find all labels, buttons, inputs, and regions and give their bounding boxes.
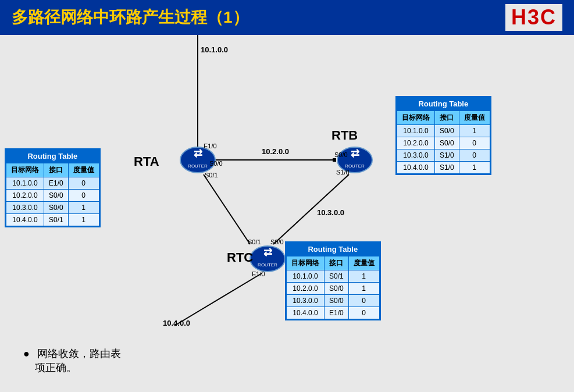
table-cell: S0/0 [44, 202, 69, 214]
svg-text:10.3.0.0: 10.3.0.0 [317, 208, 344, 217]
table-cell: 0 [459, 137, 490, 149]
rta-table-data: 目标网络 接口 度量值 10.1.0.0E1/0010.2.0.0S0/0010… [6, 163, 99, 226]
table-cell: 10.4.0.0 [287, 307, 325, 319]
h3c-logo: H3C [505, 4, 562, 31]
table-row: 10.2.0.0S0/00 [397, 137, 490, 149]
svg-text:S0/0: S0/0 [270, 238, 284, 245]
table-cell: S0/1 [44, 214, 69, 226]
table-cell: 10.3.0.0 [6, 202, 44, 214]
table-row: 10.4.0.0S1/01 [397, 162, 490, 174]
rtb-col-network: 目标网络 [397, 111, 435, 125]
bullet-section: ● 网络收敛，路由表 项正确。 [23, 347, 121, 375]
table-row: 10.3.0.0S0/01 [6, 202, 99, 214]
table-row: 10.1.0.0S0/11 [287, 270, 380, 283]
rta-col-network: 目标网络 [6, 163, 44, 177]
bullet-icon: ● [23, 348, 30, 359]
table-row: 10.1.0.0E1/00 [6, 177, 99, 190]
svg-line-2 [204, 174, 250, 244]
table-row: 10.3.0.0S1/00 [397, 149, 490, 162]
svg-text:10.1.0.0: 10.1.0.0 [201, 45, 228, 54]
table-cell: S0/0 [44, 190, 69, 202]
rtc-col-interface: 接口 [325, 256, 349, 270]
rta-routing-table: Routing Table 目标网络 接口 度量值 10.1.0.0E1/001… [5, 148, 101, 227]
svg-text:E1/0: E1/0 [204, 142, 217, 149]
table-cell: 1 [68, 202, 99, 214]
table-cell: 0 [68, 177, 99, 190]
table-cell: 10.1.0.0 [287, 270, 325, 283]
table-cell: S1/0 [435, 162, 459, 174]
svg-text:⇄: ⇄ [263, 247, 272, 258]
table-cell: 1 [68, 214, 99, 226]
table-cell: 10.2.0.0 [397, 137, 435, 149]
main-content: ⇄ ROUTER ⇄ ROUTER ⇄ ROUTER 10.1.0.0 10.2… [0, 35, 574, 392]
table-cell: 1 [459, 125, 490, 137]
table-cell: S1/0 [435, 149, 459, 162]
table-cell: 10.3.0.0 [397, 149, 435, 162]
table-cell: E1/0 [44, 177, 69, 190]
table-row: 10.2.0.0S0/00 [6, 190, 99, 202]
svg-text:S1/0: S1/0 [336, 169, 350, 176]
svg-rect-14 [333, 158, 336, 162]
table-cell: S0/0 [435, 125, 459, 137]
svg-line-4 [174, 273, 262, 326]
table-cell: S0/1 [325, 270, 349, 283]
table-row: 10.2.0.0S0/01 [287, 283, 380, 295]
svg-text:S0/0: S0/0 [334, 151, 348, 158]
rtb-routing-table: Routing Table 目标网络 接口 度量值 10.1.0.0S0/011… [395, 96, 491, 175]
svg-text:S0/1: S0/1 [248, 238, 261, 245]
svg-text:10.2.0.0: 10.2.0.0 [262, 147, 289, 156]
header: 多路径网络中环路产生过程（1） H3C [0, 0, 574, 35]
table-cell: 0 [348, 307, 379, 319]
table-row: 10.4.0.0E1/00 [287, 307, 380, 319]
rtc-col-metric: 度量值 [348, 256, 379, 270]
table-cell: E1/0 [325, 307, 349, 319]
svg-text:ROUTER: ROUTER [345, 163, 365, 169]
bullet-text: 网络收敛，路由表 项正确。 [23, 348, 121, 373]
table-cell: 10.2.0.0 [6, 190, 44, 202]
table-cell: S0/0 [325, 295, 349, 307]
svg-text:ROUTER: ROUTER [188, 163, 208, 169]
rtc-col-network: 目标网络 [287, 256, 325, 270]
svg-text:RTC: RTC [227, 250, 253, 265]
rta-table-title: Routing Table [6, 149, 99, 163]
svg-text:10.4.0.0: 10.4.0.0 [163, 319, 190, 327]
rtb-table-title: Routing Table [397, 97, 490, 111]
table-cell: 1 [459, 162, 490, 174]
svg-text:ROUTER: ROUTER [258, 262, 277, 268]
svg-text:RTA: RTA [134, 154, 159, 169]
table-cell: S0/0 [325, 283, 349, 295]
table-cell: 1 [348, 283, 379, 295]
svg-text:⇄: ⇄ [194, 148, 202, 159]
table-row: 10.1.0.0S0/01 [397, 125, 490, 137]
svg-text:S0/1: S0/1 [205, 172, 218, 179]
rta-col-interface: 接口 [44, 163, 69, 177]
svg-text:E1/0: E1/0 [252, 270, 265, 277]
table-cell: 1 [348, 270, 379, 283]
table-cell: 0 [459, 149, 490, 162]
table-cell: 10.4.0.0 [397, 162, 435, 174]
svg-text:S0/0: S0/0 [209, 160, 223, 167]
table-cell: 0 [68, 190, 99, 202]
table-cell: 0 [348, 295, 379, 307]
table-cell: 10.4.0.0 [6, 214, 44, 226]
rtc-table-title: Routing Table [286, 243, 380, 256]
table-row: 10.4.0.0S0/11 [6, 214, 99, 226]
rtb-col-metric: 度量值 [459, 111, 490, 125]
svg-text:⇄: ⇄ [351, 148, 359, 159]
table-cell: 10.3.0.0 [287, 295, 325, 307]
page-title: 多路径网络中环路产生过程（1） [12, 6, 249, 28]
svg-text:RTB: RTB [331, 128, 358, 142]
table-cell: 10.2.0.0 [287, 283, 325, 295]
table-cell: S0/0 [435, 137, 459, 149]
table-row: 10.3.0.0S0/00 [287, 295, 380, 307]
rtb-table-data: 目标网络 接口 度量值 10.1.0.0S0/0110.2.0.0S0/0010… [397, 111, 490, 174]
rta-col-metric: 度量值 [68, 163, 99, 177]
rtc-routing-table: Routing Table 目标网络 接口 度量值 10.1.0.0S0/111… [285, 241, 381, 320]
table-cell: 10.1.0.0 [397, 125, 435, 137]
rtc-table-data: 目标网络 接口 度量值 10.1.0.0S0/1110.2.0.0S0/0110… [286, 256, 380, 319]
rtb-col-interface: 接口 [435, 111, 459, 125]
table-cell: 10.1.0.0 [6, 177, 44, 190]
